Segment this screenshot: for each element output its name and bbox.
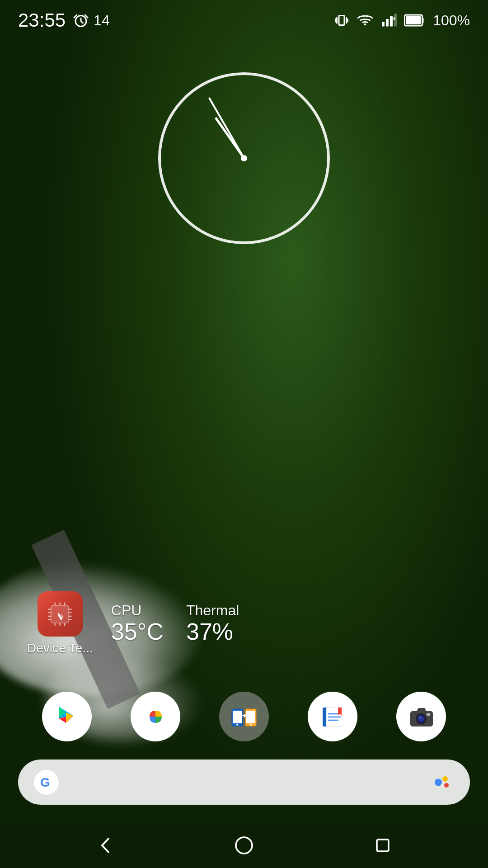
notification-count: 14 (94, 12, 110, 29)
svg-point-47 (442, 776, 448, 782)
widget-stats: CPU 35°C Thermal 37% (111, 602, 239, 645)
memo-svg (318, 702, 347, 731)
cpu-label: CPU (111, 602, 142, 619)
clock-face (158, 72, 330, 244)
cpu-stat: CPU 35°C (111, 602, 164, 645)
clock-minute-hand (208, 97, 245, 159)
files-svg (227, 700, 261, 734)
home-button[interactable] (228, 830, 260, 861)
app-memo-icon[interactable] (308, 692, 357, 741)
app-files-icon[interactable] (219, 692, 269, 741)
thermal-stat: Thermal 37% (186, 602, 239, 645)
svg-rect-3 (382, 22, 385, 27)
nav-bar (0, 823, 488, 868)
assistant-icon[interactable] (429, 770, 454, 795)
svg-point-2 (364, 24, 366, 26)
device-temp-app-icon[interactable] (38, 591, 83, 637)
svg-rect-27 (233, 711, 242, 723)
app-play-icon[interactable] (42, 692, 92, 741)
back-button[interactable] (89, 830, 121, 861)
svg-rect-4 (386, 19, 389, 27)
thermal-label: Thermal (186, 602, 239, 619)
app-icon-wrapper-camera (396, 692, 446, 741)
clock-widget (0, 72, 488, 244)
svg-text:4: 4 (393, 16, 395, 21)
svg-rect-50 (377, 840, 389, 851)
alarm-icon (73, 12, 89, 28)
main-content: Device Te... CPU 35°C Thermal 37% (0, 244, 488, 823)
play-store-svg (53, 703, 80, 730)
signal-icon: 4 (380, 12, 397, 28)
app-icon-wrapper-play (42, 692, 92, 741)
svg-point-46 (435, 778, 442, 786)
status-bar: 23:55 14 (0, 0, 488, 36)
svg-rect-30 (246, 711, 255, 723)
svg-point-48 (444, 783, 449, 788)
svg-point-31 (250, 724, 252, 726)
app-icon-wrapper-photos (131, 692, 180, 741)
svg-rect-43 (427, 713, 430, 716)
svg-rect-9 (406, 16, 421, 24)
app-photos-icon[interactable] (131, 692, 180, 741)
svg-point-28 (236, 724, 238, 726)
battery-icon (403, 12, 427, 28)
recents-button[interactable] (367, 830, 399, 861)
app-dock (0, 683, 488, 750)
wifi-icon (356, 12, 374, 28)
cpu-value: 35°C (111, 619, 164, 645)
photos-svg (141, 702, 170, 731)
app-camera-icon[interactable] (396, 692, 446, 741)
thermal-value: 37% (186, 619, 233, 645)
vibrate-icon (333, 12, 350, 28)
status-left-icons: 14 (73, 12, 110, 29)
back-icon (94, 834, 117, 857)
svg-point-42 (419, 717, 421, 718)
status-time: 23:55 (18, 9, 66, 31)
clock-center (241, 155, 247, 161)
svg-point-49 (236, 837, 252, 854)
recents-icon (371, 834, 394, 857)
widget-icon-container: Device Te... (27, 591, 93, 656)
home-icon (233, 834, 255, 857)
svg-text:G: G (40, 775, 50, 789)
device-temp-widget[interactable]: Device Te... CPU 35°C Thermal 37% (0, 591, 488, 656)
search-bar[interactable]: G (18, 760, 470, 805)
battery-percent: 100% (433, 12, 470, 29)
app-icon-wrapper-memo (308, 692, 357, 741)
svg-rect-1 (339, 16, 344, 25)
google-logo: G (34, 770, 59, 795)
camera-svg (407, 702, 436, 731)
status-right-icons: 4 100% (333, 12, 470, 29)
cpu-fire-icon (45, 599, 75, 629)
widget-app-label: Device Te... (27, 641, 93, 656)
app-icon-wrapper-files (219, 692, 269, 741)
